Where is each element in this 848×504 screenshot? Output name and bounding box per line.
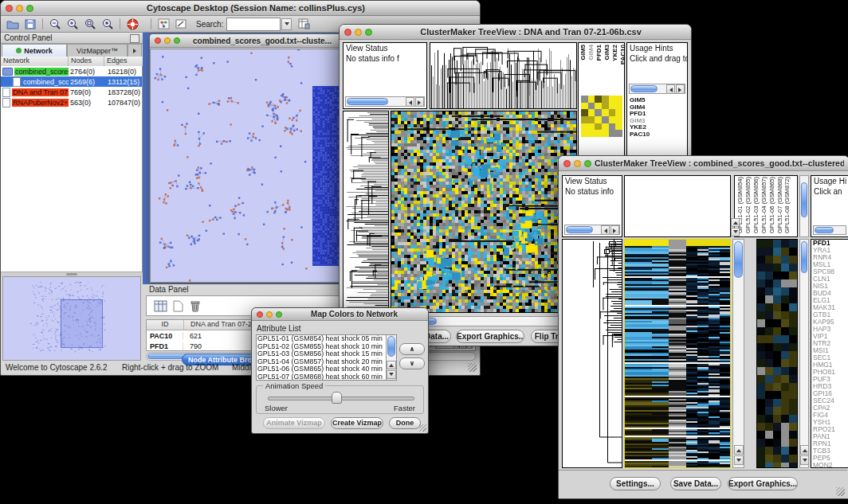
matrix-cell[interactable] [615, 109, 622, 116]
tv2-heatmap-v-scrollbar[interactable] [732, 239, 744, 468]
matrix-cell[interactable] [581, 116, 588, 123]
tv1-heatmap[interactable] [391, 111, 577, 313]
minimize-button[interactable] [266, 311, 273, 318]
scroll-up-button[interactable] [800, 445, 809, 455]
matrix-cell[interactable] [588, 96, 595, 103]
treeview2-title-bar[interactable]: ClusterMaker TreeView : combined_scores_… [559, 156, 848, 171]
zoom-button[interactable] [26, 5, 33, 12]
tv1-row-dendrogram[interactable] [343, 111, 389, 313]
settings-button[interactable]: Settings... [610, 477, 661, 490]
matrix-cell[interactable] [588, 123, 595, 131]
matrix-cell[interactable] [588, 109, 595, 116]
zoom-in-icon[interactable] [65, 18, 80, 30]
matrix-cell[interactable] [602, 103, 609, 110]
speed-slider-thumb[interactable] [332, 392, 342, 404]
matrix-cell[interactable] [615, 116, 622, 123]
matrix-cell[interactable] [595, 123, 602, 131]
matrix-cell[interactable] [615, 123, 622, 131]
tab-overflow-button[interactable] [128, 44, 142, 57]
scroll-left-button[interactable] [601, 225, 610, 235]
matrix-cell[interactable] [602, 123, 609, 131]
minimize-button[interactable] [574, 160, 581, 167]
network-canvas[interactable] [151, 49, 345, 282]
tv1-left-dendro-canvas[interactable] [344, 111, 388, 312]
tv2-status-h-scrollbar[interactable] [564, 225, 620, 235]
matrix-cell[interactable] [581, 109, 588, 116]
tv2-heatmap[interactable] [624, 239, 731, 468]
matrix-cell[interactable] [615, 130, 622, 137]
matrix-cell[interactable] [609, 116, 616, 123]
tab-vizmapper[interactable]: VizMapper™ [67, 44, 128, 57]
attribute-browser-icon[interactable] [296, 18, 311, 30]
export-graphics-button[interactable]: Export Graphics... [456, 330, 524, 343]
matrix-cell[interactable] [609, 103, 616, 110]
tv2-zoom-heatmap[interactable] [756, 239, 798, 468]
save-icon[interactable] [23, 18, 37, 30]
scroll-up-button[interactable] [734, 445, 744, 455]
network-canvas-area[interactable] [150, 49, 346, 283]
gene-label[interactable]: MON2 [811, 462, 848, 468]
matrix-cell[interactable] [581, 103, 588, 110]
network-row[interactable]: combined_scores2764(0)16218(0) [1, 66, 142, 76]
search-dropdown-button[interactable] [281, 18, 292, 30]
tv2-hints-h-scrollbar[interactable] [813, 225, 846, 235]
attribute-item[interactable]: GPL51-07 (GSM868) heat shock 60 min [257, 373, 385, 381]
tv1-status-h-scrollbar[interactable] [345, 96, 425, 107]
move-down-button[interactable]: ∨ [399, 357, 425, 369]
tv2-heatmap-canvas[interactable] [625, 240, 730, 467]
matrix-cell[interactable] [609, 130, 616, 137]
matrix-cell[interactable] [595, 116, 602, 123]
new-page-icon[interactable] [171, 299, 185, 312]
matrix-cell[interactable] [615, 103, 622, 110]
matrix-cell[interactable] [595, 96, 602, 103]
dialog-title-bar[interactable]: Map Colors to Network [252, 308, 428, 321]
close-button[interactable] [6, 5, 13, 12]
network-row[interactable]: DNA and Tran 07769(0)183728(0) [1, 87, 142, 97]
scroll-down-button[interactable] [731, 228, 740, 236]
help-lifering-icon[interactable] [125, 18, 139, 30]
trash-icon[interactable] [188, 299, 202, 312]
main-title-bar[interactable]: Cytoscape Desktop (Session Name: collins… [1, 1, 480, 16]
scroll-down-button[interactable] [800, 455, 809, 465]
scroll-up-button[interactable] [731, 218, 740, 227]
close-button[interactable] [563, 160, 571, 167]
data-col-id[interactable]: ID [147, 320, 184, 330]
zoom-selected-icon[interactable] [83, 18, 97, 30]
matrix-cell[interactable] [581, 123, 588, 131]
done-button[interactable]: Done [389, 417, 421, 429]
save-data-button[interactable]: Save Data... [670, 477, 721, 490]
zoom-fit-icon[interactable] [100, 18, 115, 30]
zoom-out-icon[interactable] [48, 18, 62, 30]
matrix-cell[interactable] [595, 103, 602, 110]
matrix-cell[interactable] [602, 96, 609, 103]
tv2-left-dendro-canvas[interactable] [563, 240, 622, 467]
float-panel-icon[interactable] [130, 34, 139, 43]
tv1-column-dendrogram[interactable] [430, 42, 577, 109]
matrix-cell[interactable] [588, 116, 595, 123]
tv2-row-dendrogram[interactable] [562, 239, 622, 468]
matrix-cell[interactable] [595, 130, 602, 137]
zoom-button[interactable] [276, 311, 282, 318]
close-button[interactable] [344, 29, 351, 36]
matrix-cell[interactable] [595, 109, 602, 116]
tv2-col-labels-scrollbar[interactable] [799, 175, 809, 237]
scroll-down-button[interactable] [734, 455, 744, 465]
matrix-cell[interactable] [615, 96, 622, 103]
matrix-cell[interactable] [609, 123, 616, 131]
matrix-cell[interactable] [581, 130, 588, 137]
network-window-title-bar[interactable]: combined_scores_good.txt--cluste... [150, 34, 346, 48]
create-vizmap-button[interactable]: Create Vizmap [331, 417, 383, 429]
tv1-top-dendro-canvas[interactable] [430, 43, 576, 108]
scroll-left-button[interactable] [666, 84, 675, 94]
zoom-matrix[interactable] [581, 96, 622, 137]
annotation-icon[interactable] [174, 18, 188, 30]
treeview1-title-bar[interactable]: ClusterMaker TreeView : DNA and Tran 07-… [340, 25, 691, 40]
matrix-cell[interactable] [609, 96, 616, 103]
network-overview-icon[interactable] [156, 18, 171, 30]
tv2-zoom-v-scrollbar[interactable] [799, 239, 809, 468]
matrix-cell[interactable] [581, 96, 588, 103]
matrix-cell[interactable] [602, 130, 609, 137]
attribute-list[interactable]: GPL51-01 (GSM854) heat shock 05 minGPL51… [256, 334, 397, 381]
resize-grip[interactable] [419, 424, 426, 432]
resize-grip[interactable] [836, 487, 845, 496]
